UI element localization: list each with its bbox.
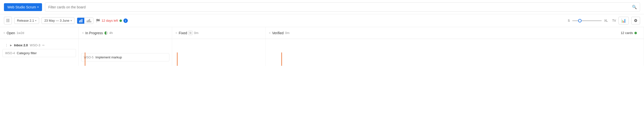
size-min-label: S [568,19,570,23]
board-icon: ☷ [6,18,10,23]
bar-chart-view-button[interactable] [77,18,84,24]
edit-icon[interactable]: ✏ [42,44,45,47]
verified-arrow-icon[interactable]: < [269,31,271,35]
cards-badge: 12 cards [617,29,640,37]
card-wso5[interactable]: WSO-5 Implement markup [81,53,169,61]
board-header: < Open 1w2d < In Progress 4h < Fixed ⧉ 0… [0,27,644,39]
sprint-view-buttons [77,18,94,24]
inbox-id: WSO-3 [30,43,40,47]
card-title-wso5: WSO-5 Implement markup [84,55,167,59]
chart-icon: 📊 [621,18,626,23]
column-fixed [172,39,266,66]
tv-label: TV [612,19,616,23]
search-icon[interactable]: 🔍 [632,5,637,9]
project-chevron-icon: ▾ [37,6,38,8]
in-progress-arrow-icon[interactable]: < [82,31,84,35]
verified-estimate: 0m [285,31,290,35]
sprint-label: 23 May — 3 June [44,19,69,23]
verified-column-title: Verified [272,31,284,35]
column-open: ⋮ ▶ Inbox 2.0 WSO-3 ✏ WSO-4 Category fil… [0,39,79,66]
size-slider-thumb[interactable] [578,19,582,23]
days-left-label: 12 days left [102,19,118,23]
size-slider[interactable] [572,20,602,21]
column-header-verified: < Verified 0m 12 cards [266,27,644,39]
card-title: WSO-4 Category filter [5,51,73,55]
status-green-dot [120,20,122,22]
days-left-indicator: 🏁 12 days left i [96,19,128,23]
info-icon[interactable]: i [124,19,128,23]
card-id: WSO-4 [5,52,15,55]
project-label: Web Studio Scrum [7,5,36,9]
fixed-estimate: 0m [194,31,198,35]
in-progress-column-title: In Progress [85,31,103,35]
open-issues-link-icon[interactable]: ⧉ [188,31,192,35]
column-header-fixed: < Fixed ⧉ 0m [172,27,266,39]
search-input[interactable] [48,5,632,9]
top-bar: Web Studio Scrum ▾ 🔍 [0,0,644,14]
fixed-column-title: Fixed [179,31,187,35]
settings-button[interactable]: ⚙ [631,17,640,24]
toolbar: ☷ Release 2.1 ▾ 23 May — 3 June ▾ 🏁 [0,14,644,27]
release-selector[interactable]: Release 2.1 ▾ [14,17,39,24]
size-slider-container [572,20,602,21]
project-button[interactable]: Web Studio Scrum ▾ [4,3,42,11]
gear-icon: ⚙ [634,18,637,23]
column-header-in-progress: < In Progress 4h [79,27,172,39]
column-header-open: < Open 1w2d [0,27,79,39]
sprint-chevron-icon: ▾ [70,19,72,22]
show-hide-callout-line [85,53,85,66]
card-name: Category filter [17,51,36,55]
inbox-title: Inbox 2.0 [14,43,28,47]
estimation-callout-line [282,53,282,66]
bar-chart-icon [79,19,82,23]
flag-icon: 🏁 [96,19,100,23]
open-issues-callout-line [177,53,178,66]
board-content: ⋮ ▶ Inbox 2.0 WSO-3 ✏ WSO-4 Category fil… [0,39,644,66]
inbox-header: ⋮ ▶ Inbox 2.0 WSO-3 ✏ [2,41,76,49]
open-column-estimate: 1w2d [16,31,24,35]
column-verified [266,39,644,66]
release-chevron-icon: ▾ [35,19,36,22]
expand-icon[interactable]: ▶ [10,44,12,47]
card-name-wso5: Implement markup [95,55,122,59]
list-icon [87,19,91,23]
sprint-selector[interactable]: 23 May — 3 June ▾ [42,17,74,24]
search-bar: 🔍 [45,3,640,12]
in-progress-estimate: 4h [110,31,113,35]
column-in-progress: WSO-5 Implement markup [79,39,172,66]
cards-status-dot [634,32,637,34]
drag-handle-icon[interactable]: ⋮ [5,43,8,47]
in-progress-half-circle-icon [104,31,108,35]
release-label: Release 2.1 [17,19,34,23]
size-max-label: XL [604,19,608,23]
burndown-chart-button[interactable]: 📊 [618,17,629,24]
fixed-arrow-icon[interactable]: < [176,31,177,35]
cards-count-label: 12 cards [621,31,633,35]
board-view-button[interactable]: ☷ [4,17,12,24]
open-column-title: Open [7,31,15,35]
list-view-button[interactable] [85,18,93,24]
open-arrow-icon[interactable]: < [4,31,5,35]
card-wso4[interactable]: WSO-4 Category filter [2,49,76,57]
